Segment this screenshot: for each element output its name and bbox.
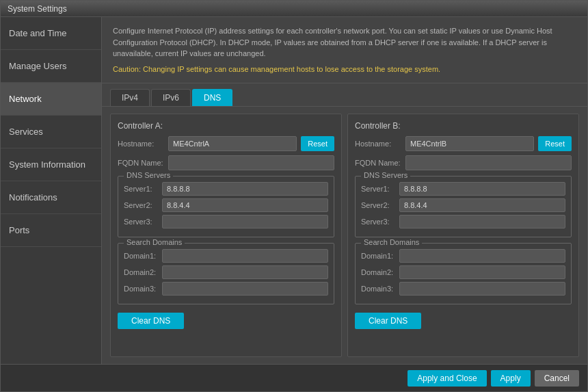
domain2-a-input[interactable] — [162, 265, 328, 279]
server2-a-label: Server2: — [124, 201, 158, 209]
server2-a-input[interactable] — [162, 198, 328, 212]
domain1-a-label: Domain1: — [124, 252, 158, 260]
dns-servers-a-group: DNS Servers Server1: Server2: Server3: — [118, 176, 334, 237]
sidebar: Date and Time Manage Users Network Servi… — [1, 17, 102, 364]
sub-tabs: IPv4 IPv6 DNS — [102, 83, 587, 107]
server1-b-row: Server1: — [361, 182, 565, 196]
tab-ipv6[interactable]: IPv6 — [151, 89, 191, 106]
window-title: System Settings — [8, 4, 67, 14]
clear-dns-a-button[interactable]: Clear DNS — [118, 313, 184, 329]
domain1-a-row: Domain1: — [124, 249, 328, 263]
controller-a-title: Controller A: — [118, 121, 334, 131]
fqdn-a-label: FQDN Name: — [118, 159, 164, 167]
domain3-b-label: Domain3: — [361, 285, 395, 293]
hostname-b-label: Hostname: — [355, 140, 401, 148]
info-description: Configure Internet Protocol (IP) address… — [113, 27, 552, 57]
sidebar-item-date-time[interactable]: Date and Time — [1, 17, 101, 50]
domain2-a-row: Domain2: — [124, 265, 328, 279]
domain3-a-row: Domain3: — [124, 282, 328, 296]
search-domains-b-group: Search Domains Domain1: Domain2: Domain3… — [355, 243, 572, 304]
server2-b-label: Server2: — [361, 201, 395, 209]
domain1-b-input[interactable] — [399, 249, 565, 263]
domain3-a-input[interactable] — [162, 282, 328, 296]
server3-b-row: Server3: — [361, 215, 565, 228]
domain1-a-input[interactable] — [162, 249, 328, 263]
domain2-b-row: Domain2: — [361, 265, 565, 279]
fqdn-a-input[interactable] — [168, 155, 334, 170]
fqdn-b-label: FQDN Name: — [355, 159, 401, 167]
fqdn-a-row: FQDN Name: — [118, 155, 334, 170]
clear-dns-b-button[interactable]: Clear DNS — [355, 313, 421, 329]
footer-bar: Apply and Close Apply Cancel — [1, 364, 587, 391]
domain2-b-label: Domain2: — [361, 268, 395, 276]
domain1-b-label: Domain1: — [361, 252, 395, 260]
system-settings-window: System Settings Date and Time Manage Use… — [0, 0, 588, 392]
domain2-a-label: Domain2: — [124, 268, 158, 276]
main-content: Date and Time Manage Users Network Servi… — [1, 17, 587, 364]
hostname-a-row: Hostname: Reset — [118, 136, 334, 151]
sidebar-item-network[interactable]: Network — [1, 83, 101, 116]
titlebar: System Settings — [1, 1, 587, 17]
sidebar-item-system-information[interactable]: System Information — [1, 148, 101, 181]
domain3-a-label: Domain3: — [124, 285, 158, 293]
info-box: Configure Internet Protocol (IP) address… — [102, 17, 587, 83]
tab-dns[interactable]: DNS — [192, 89, 232, 106]
server1-b-label: Server1: — [361, 185, 395, 193]
caution-text: Caution: Changing IP settings can cause … — [113, 64, 576, 75]
dns-servers-b-title: DNS Servers — [361, 171, 410, 179]
server1-b-input[interactable] — [399, 182, 565, 196]
search-domains-a-group: Search Domains Domain1: Domain2: Domain3… — [118, 243, 334, 304]
hostname-a-input[interactable] — [168, 136, 297, 151]
dns-servers-a-title: DNS Servers — [124, 171, 173, 179]
domain1-b-row: Domain1: — [361, 249, 565, 263]
hostname-a-label: Hostname: — [118, 140, 164, 148]
dns-servers-b-group: DNS Servers Server1: Server2: Server3: — [355, 176, 572, 237]
apply-close-button[interactable]: Apply and Close — [407, 370, 486, 387]
domain3-b-input[interactable] — [399, 282, 565, 296]
hostname-b-row: Hostname: Reset — [355, 136, 572, 151]
search-domains-a-title: Search Domains — [124, 238, 185, 246]
search-domains-b-title: Search Domains — [361, 238, 422, 246]
sidebar-item-ports[interactable]: Ports — [1, 214, 101, 247]
reset-b-button[interactable]: Reset — [538, 136, 572, 151]
reset-a-button[interactable]: Reset — [301, 136, 334, 151]
server2-b-input[interactable] — [399, 198, 565, 212]
cancel-button[interactable]: Cancel — [535, 370, 579, 387]
sidebar-item-services[interactable]: Services — [1, 116, 101, 148]
server3-a-input[interactable] — [162, 215, 328, 228]
apply-button[interactable]: Apply — [491, 370, 531, 387]
server2-b-row: Server2: — [361, 198, 565, 212]
controller-b-panel: Controller B: Hostname: Reset FQDN Name:… — [347, 114, 579, 357]
tab-ipv4[interactable]: IPv4 — [110, 89, 150, 106]
sidebar-item-manage-users[interactable]: Manage Users — [1, 50, 101, 83]
content-area: Configure Internet Protocol (IP) address… — [102, 17, 587, 364]
hostname-b-input[interactable] — [405, 136, 534, 151]
controllers-area: Controller A: Hostname: Reset FQDN Name:… — [102, 107, 587, 364]
server1-a-input[interactable] — [162, 182, 328, 196]
fqdn-b-input[interactable] — [405, 155, 572, 170]
domain3-b-row: Domain3: — [361, 282, 565, 296]
controller-b-title: Controller B: — [355, 121, 572, 131]
server3-a-label: Server3: — [124, 218, 158, 226]
controller-a-panel: Controller A: Hostname: Reset FQDN Name:… — [110, 114, 342, 357]
server3-b-label: Server3: — [361, 218, 395, 226]
server2-a-row: Server2: — [124, 198, 328, 212]
domain2-b-input[interactable] — [399, 265, 565, 279]
server1-a-label: Server1: — [124, 185, 158, 193]
server3-a-row: Server3: — [124, 215, 328, 228]
sidebar-item-notifications[interactable]: Notifications — [1, 181, 101, 214]
server1-a-row: Server1: — [124, 182, 328, 196]
fqdn-b-row: FQDN Name: — [355, 155, 572, 170]
server3-b-input[interactable] — [399, 215, 565, 228]
